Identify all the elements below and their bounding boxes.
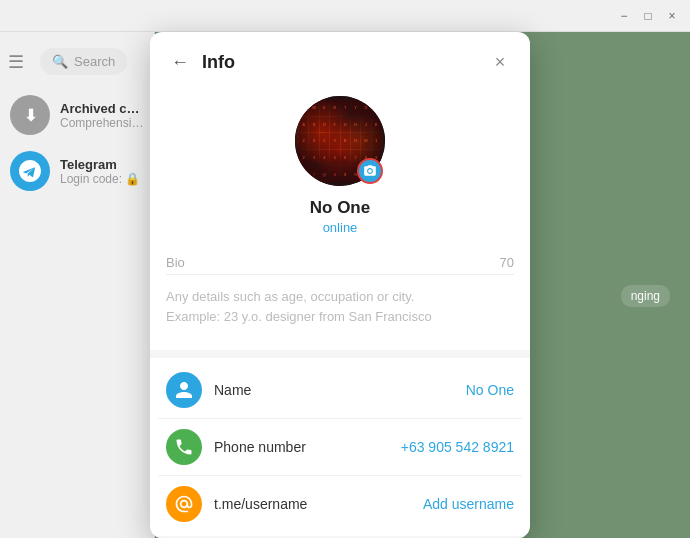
chat-info-archived: Archived chats Comprehensive xyxy=(60,101,144,130)
avatar-telegram xyxy=(10,151,50,191)
key: # xyxy=(330,166,339,182)
menu-icon[interactable]: ☰ xyxy=(8,51,24,73)
modal-header: ← Info × xyxy=(150,32,530,88)
camera-badge[interactable] xyxy=(357,158,383,184)
typing-indicator: nging xyxy=(621,285,670,307)
window-close-button[interactable]: × xyxy=(662,6,682,26)
chat-name-telegram: Telegram xyxy=(60,157,144,172)
key: E xyxy=(320,100,329,116)
bio-label: Bio xyxy=(166,255,185,270)
camera-icon xyxy=(363,164,377,178)
key: F xyxy=(330,117,339,133)
section-divider xyxy=(150,350,530,358)
key: 5 xyxy=(330,150,339,166)
key: $ xyxy=(341,166,350,182)
key: 1 xyxy=(372,133,381,149)
key: N xyxy=(351,133,360,149)
key: 6 xyxy=(341,150,350,166)
modal-close-button[interactable]: × xyxy=(486,48,514,76)
chat-preview-archived: Comprehensive xyxy=(60,116,144,130)
chat-item-archived[interactable]: ⬇ Archived chats Comprehensive xyxy=(0,87,154,143)
modal-back-button[interactable]: ← xyxy=(166,48,194,76)
chat-name-archived: Archived chats xyxy=(60,101,144,116)
chat-preview-telegram: Login code: 🔒 xyxy=(60,172,144,186)
key: M xyxy=(361,133,370,149)
key: U xyxy=(361,100,370,116)
phone-value: +63 905 542 8921 xyxy=(401,439,514,455)
bio-section: Bio 70 Any details such as age, occupati… xyxy=(150,255,530,346)
key: S xyxy=(309,117,318,133)
key: Q xyxy=(299,100,308,116)
search-icon: 🔍 xyxy=(52,54,68,69)
avatar-archived: ⬇ xyxy=(10,95,50,135)
bio-placeholder-line2: Example: 23 y.o. designer from San Franc… xyxy=(166,309,432,324)
key: I xyxy=(372,100,381,116)
bio-char-count: 70 xyxy=(500,255,514,270)
search-placeholder: Search xyxy=(74,54,115,69)
phone-icon xyxy=(174,437,194,457)
person-icon xyxy=(174,380,194,400)
key: C xyxy=(320,133,329,149)
username-value: Add username xyxy=(423,496,514,512)
profile-status: online xyxy=(323,220,358,235)
key: H xyxy=(351,117,360,133)
minimize-button[interactable]: − xyxy=(614,6,634,26)
avatar-wrapper: Q W E R T Y U I A S D F G xyxy=(295,96,385,186)
key: 2 xyxy=(299,150,308,166)
profile-name: No One xyxy=(310,198,370,218)
username-label: t.me/username xyxy=(214,496,411,512)
name-icon-wrap xyxy=(166,372,202,408)
key: X xyxy=(309,133,318,149)
profile-section: Q W E R T Y U I A S D F G xyxy=(150,88,530,255)
key: 0 xyxy=(299,166,308,182)
phone-icon-wrap xyxy=(166,429,202,465)
chat-info-telegram: Telegram Login code: 🔒 xyxy=(60,157,144,186)
modal-title: Info xyxy=(202,52,478,73)
info-item-phone[interactable]: Phone number +63 905 542 8921 xyxy=(158,419,522,476)
search-bar[interactable]: 🔍 Search xyxy=(40,48,127,75)
at-icon xyxy=(174,494,194,514)
info-items: Name No One Phone number +63 905 542 892… xyxy=(150,362,530,532)
key: D xyxy=(320,117,329,133)
key: V xyxy=(330,133,339,149)
chat-item-telegram[interactable]: Telegram Login code: 🔒 xyxy=(0,143,154,199)
name-value: No One xyxy=(466,382,514,398)
telegram-icon xyxy=(19,160,41,182)
key: G xyxy=(341,117,350,133)
bio-placeholder-line1: Any details such as age, occupation or c… xyxy=(166,289,414,304)
name-label: Name xyxy=(214,382,454,398)
modal-body: Q W E R T Y U I A S D F G xyxy=(150,88,530,538)
key: J xyxy=(361,117,370,133)
info-item-name[interactable]: Name No One xyxy=(158,362,522,419)
key: 3 xyxy=(309,150,318,166)
key: B xyxy=(341,133,350,149)
archive-icon: ⬇ xyxy=(24,106,37,125)
sidebar: ☰ 🔍 Search ⬇ Archived chats Comprehensiv… xyxy=(0,32,155,538)
key: A xyxy=(299,117,308,133)
maximize-button[interactable]: □ xyxy=(638,6,658,26)
info-item-username[interactable]: t.me/username Add username xyxy=(158,476,522,532)
username-icon-wrap xyxy=(166,486,202,522)
key: Z xyxy=(299,133,308,149)
info-modal: ← Info × Q W E R T Y xyxy=(150,32,530,538)
key: ! xyxy=(309,166,318,182)
key: Y xyxy=(351,100,360,116)
key: @ xyxy=(320,166,329,182)
phone-label: Phone number xyxy=(214,439,389,455)
key: W xyxy=(309,100,318,116)
key: T xyxy=(341,100,350,116)
bio-header: Bio 70 xyxy=(166,255,514,275)
window-chrome: − □ × xyxy=(0,0,690,32)
key: R xyxy=(330,100,339,116)
search-row: ☰ 🔍 Search xyxy=(0,32,154,87)
bio-placeholder[interactable]: Any details such as age, occupation or c… xyxy=(166,281,514,338)
key: 4 xyxy=(320,150,329,166)
key: K xyxy=(372,117,381,133)
